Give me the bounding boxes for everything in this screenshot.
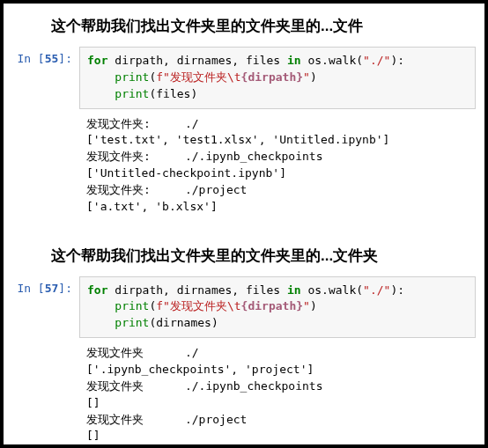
vars: dirpath, dirnames, files [107,54,287,67]
interp1: {dirpath} [241,70,303,84]
indent2 [87,87,115,100]
indent1-2 [87,299,115,312]
interp2: {dirpath} [241,299,303,312]
vars-2: dirpath, dirnames, files [107,283,287,297]
kw-for-2: for [87,283,107,297]
in-prompt-2: In [57]: [12,276,79,339]
in-close: ]: [58,52,72,65]
indent1 [87,70,115,84]
in-label: In [ [17,52,44,65]
in-label-2: In [ [17,282,44,295]
code-area-1[interactable]: for dirpath, dirnames, files in os.walk(… [79,47,476,109]
os-walk-2: os.walk( [301,283,363,297]
fstr2c: " [303,299,310,312]
output-row-1: . 发现文件夹: ./ ['test.txt', 'test1.xlsx', '… [12,109,476,219]
in-number-2: 57 [45,282,59,295]
in-number: 55 [45,52,59,65]
p2arg-2: (dirnames) [149,316,218,329]
code-cell-2: In [57]: for dirpath, dirnames, files in… [12,276,476,339]
output-gutter-1: . [12,109,79,219]
print2-2: print [115,316,149,329]
in-close-2: ]: [58,282,72,295]
fstr2: f"发现文件夹\t [156,299,240,312]
p1close: ) [310,70,317,84]
p2arg: (files) [149,87,197,100]
in-prompt-1: In [55]: [12,47,79,109]
code-area-2[interactable]: for dirpath, dirnames, files in os.walk(… [79,276,476,339]
path-str: "./" [363,54,390,67]
print2: print [115,87,149,100]
close: ): [390,54,404,67]
p1close-2: ) [310,299,317,312]
indent2-2 [87,316,115,329]
output-area-1: 发现文件夹: ./ ['test.txt', 'test1.xlsx', 'Un… [79,109,476,219]
section2-title: 这个帮助我们找出文件夹里的文件夹里的...文件夹 [51,246,476,266]
print1: print [115,70,149,84]
gap [12,219,476,240]
section1-title: 这个帮助我们找出文件夹里的文件夹里的...文件 [51,16,476,36]
output-gutter-2: . [12,338,79,448]
page-frame: 这个帮助我们找出文件夹里的文件夹里的...文件 In [55]: for dir… [0,0,488,448]
output-row-2: . 发现文件夹 ./ ['.ipynb_checkpoints', 'proje… [12,338,476,448]
code-cell-1: In [55]: for dirpath, dirnames, files in… [12,47,476,109]
fstr1: f"发现文件夹\t [156,70,240,84]
fstr1c: " [303,70,310,84]
close-2: ): [390,283,404,297]
output-area-2: 发现文件夹 ./ ['.ipynb_checkpoints', 'project… [79,338,476,448]
os-walk: os.walk( [301,54,363,67]
kw-in: in [287,54,301,67]
kw-in-2: in [287,283,301,297]
print1-2: print [115,299,149,312]
kw-for: for [87,54,107,67]
path-str-2: "./" [363,283,390,297]
